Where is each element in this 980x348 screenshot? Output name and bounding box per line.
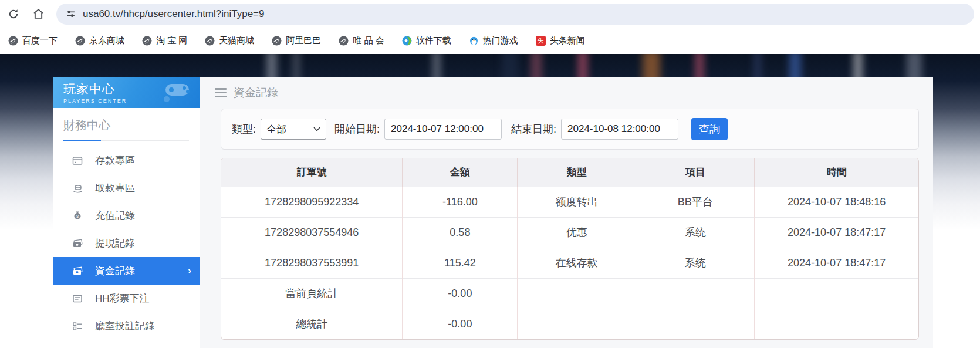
funds-icon <box>72 265 83 277</box>
type-select[interactable]: 全部 <box>261 119 326 140</box>
bookmark-alibaba[interactable]: 阿里巴巴 <box>272 35 321 46</box>
cell-item <box>636 309 755 339</box>
content-header: 資金記錄 <box>200 77 933 100</box>
cell-amount: -0.00 <box>403 309 518 339</box>
gamepad-icon <box>161 80 194 104</box>
cell-label: 當前頁統計 <box>221 278 403 309</box>
globe-icon <box>8 36 18 46</box>
cell-item <box>636 278 755 309</box>
table-row: 1728298037554946 0.58 优惠 系统 2024-10-07 1… <box>221 217 918 248</box>
bookmark-jd[interactable]: 京东商城 <box>75 35 124 46</box>
sidebar-item-withdraw-zone[interactable]: 取款專區 <box>53 174 200 202</box>
tune-icon[interactable] <box>66 9 76 19</box>
sidebar-menu: 存款專區 取款專區 ¥ 充值記錄 提現記錄 資金記錄 › HH彩票下注 <box>53 147 200 340</box>
menu-toggle-icon[interactable] <box>215 88 227 97</box>
news-icon: 头 <box>536 36 546 46</box>
section-underline <box>63 140 189 141</box>
bookmark-baidu[interactable]: 百度一下 <box>8 35 58 46</box>
bookmark-tmall[interactable]: 天猫商城 <box>205 35 254 46</box>
bookmark-software-download[interactable]: 软件下载 <box>402 35 451 46</box>
software-icon <box>402 36 412 46</box>
bookmark-hot-games[interactable]: 热门游戏 <box>469 35 518 46</box>
cell-time: 2024-10-07 18:48:16 <box>755 187 918 217</box>
cell-time: 2024-10-07 18:47:17 <box>755 248 918 278</box>
header-item: 項目 <box>636 158 755 187</box>
sidebar-header: 玩家中心 PLAYERS CENTER <box>53 77 200 108</box>
start-date-input[interactable] <box>384 119 502 140</box>
deposit-icon <box>72 155 83 167</box>
main-panel: 資金記錄 類型: 全部 開始日期: 結束日期: 查詢 訂單號 金額 類型 <box>200 77 933 348</box>
bookmarks-bar: 百度一下 京东商城 淘 宝 网 天猫商城 阿里巴巴 唯 品 会 软件下载 热门游… <box>0 28 980 54</box>
bookmark-toutiao-news[interactable]: 头 头条新闻 <box>536 35 585 46</box>
recharge-icon: ¥ <box>72 210 83 222</box>
cell-amount: -116.00 <box>403 187 518 217</box>
end-date-input[interactable] <box>561 119 678 140</box>
cashout-icon <box>72 238 83 249</box>
browser-toolbar: usa60.tv/hhcp/usercenter.html?iniType=9 <box>0 0 980 28</box>
table-row: 1728298037553991 115.42 在线存款 系统 2024-10-… <box>221 248 918 278</box>
sidebar-item-label: 提現記錄 <box>95 236 135 250</box>
start-date-label: 開始日期: <box>334 122 380 136</box>
url-bar[interactable]: usa60.tv/hhcp/usercenter.html?iniType=9 <box>56 4 974 25</box>
sidebar-item-label: 廳室投註記錄 <box>95 319 155 333</box>
header-order-no: 訂單號 <box>221 158 403 187</box>
globe-icon <box>75 36 85 46</box>
sidebar-item-cashout-record[interactable]: 提現記錄 <box>53 229 200 257</box>
page-content: 玩家中心 PLAYERS CENTER 財務中心 存款專區 取款專區 ¥ <box>0 54 980 348</box>
type-select-value: 全部 <box>266 123 286 136</box>
cell-order-no: 1728298037554946 <box>221 217 403 248</box>
sidebar-item-label: 存款專區 <box>95 154 135 167</box>
sidebar: 玩家中心 PLAYERS CENTER 財務中心 存款專區 取款專區 ¥ <box>53 77 200 348</box>
globe-icon <box>142 36 152 46</box>
sidebar-item-label: HH彩票下注 <box>95 292 150 305</box>
cell-amount: 115.42 <box>403 248 518 278</box>
sidebar-item-funds-record[interactable]: 資金記錄 › <box>53 257 200 285</box>
table-row-grand-total: 總統計 -0.00 <box>221 309 918 339</box>
globe-icon <box>339 36 349 46</box>
lottery-icon <box>72 293 83 305</box>
sidebar-item-recharge-record[interactable]: ¥ 充值記錄 <box>53 202 200 229</box>
page-title: 資金記錄 <box>234 85 278 100</box>
sidebar-item-label: 取款專區 <box>95 181 135 195</box>
url-text: usa60.tv/hhcp/usercenter.html?iniType=9 <box>83 8 265 20</box>
bookmark-taobao[interactable]: 淘 宝 网 <box>142 35 187 46</box>
cell-item: 系统 <box>636 248 755 278</box>
cell-time: 2024-10-07 18:47:17 <box>755 217 918 248</box>
cell-type: 在线存款 <box>518 248 636 278</box>
home-icon <box>32 8 45 20</box>
sidebar-item-deposit-zone[interactable]: 存款專區 <box>53 147 200 174</box>
filter-bar: 類型: 全部 開始日期: 結束日期: 查詢 <box>221 109 919 150</box>
game-icon <box>469 36 479 46</box>
reload-button[interactable] <box>4 4 23 24</box>
search-button[interactable]: 查詢 <box>691 118 728 140</box>
table-header-row: 訂單號 金額 類型 項目 時間 <box>221 158 918 187</box>
sidebar-item-label: 充值記錄 <box>95 209 135 222</box>
header-time: 時間 <box>755 158 918 187</box>
chevron-right-icon: › <box>188 265 191 277</box>
finance-center-section: 財務中心 <box>53 108 200 147</box>
cell-time <box>755 278 918 309</box>
end-date-label: 結束日期: <box>511 122 556 136</box>
cell-type: 优惠 <box>518 217 636 248</box>
bookmark-vip[interactable]: 唯 品 会 <box>339 35 384 46</box>
funds-record-table: 訂單號 金額 類型 項目 時間 1728298095922334 -116.00… <box>221 158 919 340</box>
sidebar-item-hall-bet-record[interactable]: 廳室投註記錄 <box>53 312 200 340</box>
home-button[interactable] <box>28 4 48 24</box>
cell-label: 總統計 <box>221 309 403 339</box>
header-amount: 金額 <box>403 158 518 187</box>
globe-icon <box>205 36 215 46</box>
cell-order-no: 1728298037553991 <box>221 248 403 278</box>
cell-item: 系统 <box>636 217 755 248</box>
type-label: 類型: <box>232 122 256 136</box>
cell-amount: 0.58 <box>403 217 518 248</box>
table-row-page-total: 當前頁統計 -0.00 <box>221 278 918 309</box>
header-type: 類型 <box>518 158 636 187</box>
cell-type: 额度转出 <box>518 187 636 217</box>
globe-icon <box>272 36 282 46</box>
cell-type <box>518 309 636 339</box>
cell-item: BB平台 <box>636 187 755 217</box>
table-row: 1728298095922334 -116.00 额度转出 BB平台 2024-… <box>221 187 918 217</box>
sidebar-item-label: 資金記錄 <box>95 264 135 278</box>
sidebar-item-hh-lottery-bets[interactable]: HH彩票下注 <box>53 285 200 312</box>
reload-icon <box>8 8 19 20</box>
